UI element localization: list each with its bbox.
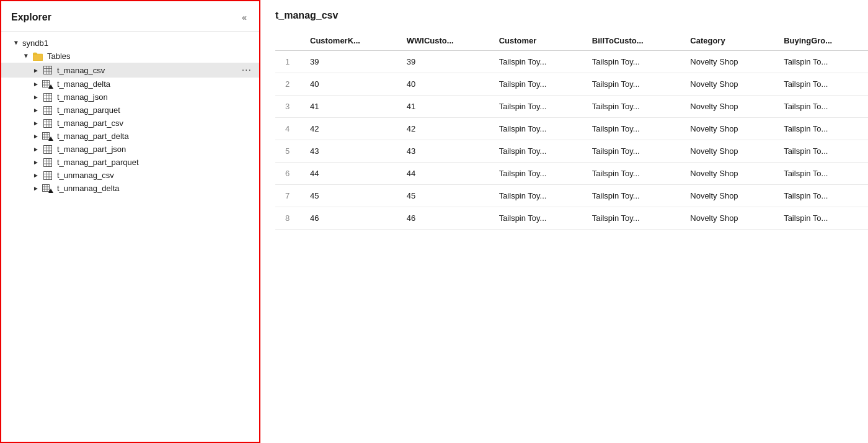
cell-wwicusto: 44 <box>397 163 489 185</box>
cell-customerk: 45 <box>300 185 397 207</box>
chevron-unmanag-csv-icon: ► <box>31 172 41 179</box>
tree-label-t_unmanag_csv: t_unmanag_csv <box>57 171 254 180</box>
data-table: CustomerK... WWICusto... Customer BillTo… <box>275 31 868 230</box>
cell-buyinggroup: Tailspin To... <box>774 163 868 185</box>
tree-item-t_manag_delta[interactable]: ► t_manag_delta <box>1 78 259 91</box>
table-row: 54343Tailspin Toy...Tailspin Toy...Novel… <box>275 140 868 163</box>
chevron-delta-icon: ► <box>31 81 41 87</box>
tree-item-db[interactable]: ► syndb1 <box>1 37 259 50</box>
cell-rownum: 6 <box>275 163 300 185</box>
cell-wwicusto: 40 <box>397 73 489 96</box>
cell-rownum: 4 <box>275 118 300 140</box>
delta-table-icon-part <box>42 132 53 141</box>
col-header-wwicusto: WWICusto... <box>397 31 489 51</box>
svg-rect-27 <box>43 132 50 139</box>
svg-rect-6 <box>43 80 50 87</box>
delta-table-icon <box>42 80 53 89</box>
table-row: 84646Tailspin Toy...Tailspin Toy...Novel… <box>275 207 868 230</box>
col-header-category: Category <box>680 31 774 51</box>
cell-category: Novelty Shop <box>680 73 774 96</box>
cell-category: Novelty Shop <box>680 163 774 185</box>
tree-label-t_manag_part_json: t_manag_part_json <box>57 145 254 154</box>
tree-item-t_manag_json[interactable]: ► t_manag_json <box>1 91 259 104</box>
svg-rect-38 <box>44 158 52 166</box>
cell-rownum: 8 <box>275 207 300 230</box>
collapse-icon[interactable]: « <box>239 11 249 24</box>
cell-customer: Tailspin Toy... <box>489 185 582 207</box>
cell-wwicusto: 42 <box>397 118 489 140</box>
delta-table-icon-unmanag <box>42 184 53 193</box>
cell-wwicusto: 41 <box>397 96 489 118</box>
table-grid-icon-json <box>42 93 53 102</box>
tree-item-t_manag_part_csv[interactable]: ► t_manag_part_csv <box>1 117 259 130</box>
svg-rect-1 <box>44 66 52 74</box>
tree-label-t_manag_part_csv: t_manag_part_csv <box>57 119 254 128</box>
tree-item-t_manag_part_delta[interactable]: ► t_manag_part_delta <box>1 130 259 143</box>
cell-customerk: 40 <box>300 73 397 96</box>
table-grid-icon <box>42 66 53 74</box>
table-row: 13939Tailspin Toy...Tailspin Toy...Novel… <box>275 51 868 73</box>
cell-rownum: 3 <box>275 96 300 118</box>
tree-item-t_unmanag_delta[interactable]: ► t_unmanag_delta <box>1 182 259 195</box>
table-grid-icon-unmanag-csv <box>42 171 53 180</box>
cell-billtocusto: Tailspin Toy... <box>582 185 680 207</box>
table-header-row: CustomerK... WWICusto... Customer BillTo… <box>275 31 868 51</box>
svg-rect-43 <box>44 171 52 179</box>
chevron-parquet-icon: ► <box>31 107 41 114</box>
tree-item-t_manag_csv[interactable]: ► t_manag_csv ··· <box>1 63 259 78</box>
sidebar-title: Explorer <box>11 12 51 23</box>
cell-customerk: 39 <box>300 51 397 73</box>
cell-billtocusto: Tailspin Toy... <box>582 140 680 163</box>
cell-buyinggroup: Tailspin To... <box>774 51 868 73</box>
data-table-wrapper[interactable]: CustomerK... WWICusto... Customer BillTo… <box>275 31 868 443</box>
tree-item-t_unmanag_csv[interactable]: ► t_unmanag_csv <box>1 169 259 182</box>
more-options-icon[interactable]: ··· <box>239 65 254 76</box>
col-header-customerk: CustomerK... <box>300 31 397 51</box>
cell-billtocusto: Tailspin Toy... <box>582 207 680 230</box>
cell-category: Novelty Shop <box>680 207 774 230</box>
tree-label-t_manag_parquet: t_manag_parquet <box>57 105 254 115</box>
tree-item-t_manag_part_parquet[interactable]: ► t_manag_part_parquet <box>1 156 259 169</box>
explorer-tree: ► syndb1 ► Tables ► <box>1 32 259 442</box>
cell-customerk: 42 <box>300 118 397 140</box>
cell-wwicusto: 39 <box>397 51 489 73</box>
chevron-json-icon: ► <box>31 94 41 101</box>
svg-rect-22 <box>44 119 52 127</box>
col-header-buyinggroup: BuyingGro... <box>774 31 868 51</box>
cell-wwicusto: 45 <box>397 185 489 207</box>
tree-label-t_manag_csv: t_manag_csv <box>57 66 239 75</box>
chevron-part-json-icon: ► <box>31 146 41 153</box>
cell-customer: Tailspin Toy... <box>489 96 582 118</box>
table-grid-icon-parquet <box>42 106 53 115</box>
cell-category: Novelty Shop <box>680 51 774 73</box>
tree-item-tables-folder[interactable]: ► Tables <box>1 50 259 63</box>
cell-customer: Tailspin Toy... <box>489 163 582 185</box>
cell-customer: Tailspin Toy... <box>489 118 582 140</box>
explorer-panel: Explorer « ► syndb1 ► Tables ► <box>0 0 260 443</box>
svg-rect-0 <box>33 54 43 61</box>
cell-rownum: 7 <box>275 185 300 207</box>
cell-billtocusto: Tailspin Toy... <box>582 96 680 118</box>
table-row: 24040Tailspin Toy...Tailspin Toy...Novel… <box>275 73 868 96</box>
chevron-part-delta-icon: ► <box>31 133 41 140</box>
cell-buyinggroup: Tailspin To... <box>774 140 868 163</box>
table-row: 74545Tailspin Toy...Tailspin Toy...Novel… <box>275 185 868 207</box>
db-label: syndb1 <box>22 38 254 48</box>
cell-customer: Tailspin Toy... <box>489 207 582 230</box>
cell-customerk: 41 <box>300 96 397 118</box>
cell-billtocusto: Tailspin Toy... <box>582 163 680 185</box>
cell-rownum: 2 <box>275 73 300 96</box>
cell-wwicusto: 43 <box>397 140 489 163</box>
cell-rownum: 1 <box>275 51 300 73</box>
cell-buyinggroup: Tailspin To... <box>774 96 868 118</box>
cell-customer: Tailspin Toy... <box>489 140 582 163</box>
table-grid-icon-part-csv <box>42 119 53 128</box>
col-header-billtocusto: BillToCusto... <box>582 31 680 51</box>
tree-item-t_manag_parquet[interactable]: ► t_manag_parquet <box>1 104 259 117</box>
tree-item-t_manag_part_json[interactable]: ► t_manag_part_json <box>1 143 259 156</box>
cell-customer: Tailspin Toy... <box>489 73 582 96</box>
cell-rownum: 5 <box>275 140 300 163</box>
table-row: 44242Tailspin Toy...Tailspin Toy...Novel… <box>275 118 868 140</box>
cell-category: Novelty Shop <box>680 96 774 118</box>
table-grid-icon-part-parquet <box>42 158 53 167</box>
